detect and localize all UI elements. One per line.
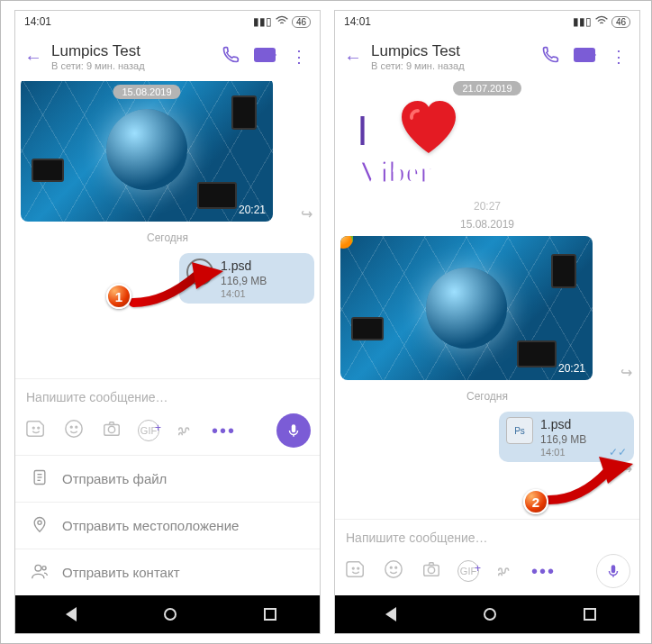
voice-call-button[interactable]: [537, 46, 564, 68]
image-timestamp: 20:21: [239, 204, 266, 216]
wifi-icon: [276, 15, 288, 29]
svg-point-2: [66, 420, 82, 436]
nav-home-button[interactable]: [164, 608, 177, 621]
message-input[interactable]: Напишите сообщение…: [344, 527, 630, 554]
svg-point-21: [428, 567, 434, 573]
status-bar: 14:01 ▮▮▯ 46: [15, 11, 320, 32]
image-date-pill: 15.08.2019: [113, 85, 180, 99]
nav-home-button[interactable]: [484, 608, 496, 621]
back-button[interactable]: ←: [342, 47, 364, 68]
more-attachments-button[interactable]: •••: [212, 421, 235, 441]
emoji-icon[interactable]: [382, 559, 405, 584]
image-timestamp: 20:21: [558, 362, 585, 375]
message-composer: Напишите сообщение… GIF+ •••: [335, 519, 639, 595]
back-button[interactable]: ←: [23, 47, 44, 68]
svg-point-12: [38, 521, 41, 524]
attach-send-location[interactable]: Отправить местоположение: [15, 503, 320, 549]
svg-point-15: [352, 567, 354, 569]
wifi-icon: [595, 15, 608, 29]
more-menu-button[interactable]: ⋮: [285, 47, 312, 67]
attach-send-file[interactable]: Отправить файл: [15, 456, 320, 502]
date-separator-today: Сегодня: [147, 231, 188, 244]
image-message[interactable]: 20:21: [340, 236, 593, 380]
svg-rect-7: [292, 424, 296, 432]
doodle-icon[interactable]: [494, 559, 517, 584]
android-nav-bar: [335, 595, 639, 633]
svg-point-18: [390, 567, 392, 568]
contact-name: Lumpics Test: [51, 42, 210, 60]
svg-point-3: [70, 426, 72, 428]
chat-area[interactable]: 15.08.2019 20:21 ↪ Сегодня ✕ 1.psd 116,9…: [15, 81, 320, 378]
status-bar: 14:01 ▮▮▯ 46: [335, 11, 639, 32]
sticker-icon[interactable]: [344, 559, 367, 584]
image-thumbnail: [21, 81, 273, 222]
file-size: 116,9 MB: [540, 433, 586, 447]
contact-status: В сети: 9 мин. назад: [51, 60, 210, 71]
contact-status: В сети: 9 мин. назад: [371, 60, 530, 71]
callout-arrow-2: [545, 446, 635, 512]
sticker-text-i: I: [353, 103, 372, 159]
image-thumbnail: [340, 236, 593, 380]
svg-point-1: [38, 427, 40, 429]
svg-point-17: [385, 560, 402, 576]
more-attachments-button[interactable]: •••: [531, 561, 555, 582]
attach-location-label: Отправить местоположение: [62, 518, 239, 533]
file-icon: [30, 468, 50, 489]
gif-icon[interactable]: GIF+: [457, 560, 479, 582]
signal-icon: ▮▮▯: [573, 15, 592, 28]
contact-icon: [30, 562, 50, 583]
location-icon: [30, 515, 50, 536]
forward-icon[interactable]: ↪: [301, 205, 312, 222]
svg-point-4: [76, 426, 77, 428]
message-composer: Напишите сообщение… GIF+ •••: [15, 378, 320, 455]
battery-badge: 46: [292, 16, 311, 28]
svg-point-16: [358, 567, 359, 569]
voice-message-button[interactable]: [276, 413, 311, 448]
sticker-timestamp: 20:27: [474, 200, 501, 213]
svg-marker-23: [192, 262, 223, 289]
video-call-button[interactable]: [251, 48, 278, 66]
battery-badge: 46: [611, 16, 630, 28]
sticker-icon[interactable]: [24, 419, 48, 443]
callout-badge-1: 1: [106, 284, 131, 309]
svg-point-19: [395, 567, 397, 568]
video-call-button[interactable]: [571, 48, 598, 66]
svg-point-0: [32, 427, 34, 429]
image-message[interactable]: 15.08.2019 20:21: [21, 81, 273, 222]
svg-point-6: [108, 426, 114, 432]
message-input[interactable]: Напишите сообщение…: [24, 386, 311, 413]
svg-point-14: [42, 567, 46, 570]
forward-icon[interactable]: ↪: [620, 364, 632, 381]
chat-header: ← Lumpics Test В сети: 9 мин. назад ⋮: [15, 32, 320, 81]
nav-back-button[interactable]: [59, 607, 77, 621]
header-title-block[interactable]: Lumpics Test В сети: 9 мин. назад: [51, 42, 210, 71]
header-title-block[interactable]: Lumpics Test В сети: 9 мин. назад: [371, 42, 530, 71]
attach-contact-label: Отправить контакт: [62, 565, 180, 580]
nav-back-button[interactable]: [378, 607, 396, 621]
voice-message-button[interactable]: [596, 554, 630, 588]
chat-header: ← Lumpics Test В сети: 9 мин. назад ⋮: [335, 32, 639, 81]
heart-icon: [400, 101, 457, 153]
camera-icon[interactable]: [100, 419, 123, 443]
nav-recents-button[interactable]: [264, 608, 276, 621]
more-menu-button[interactable]: ⋮: [605, 47, 632, 67]
status-time: 14:01: [344, 15, 371, 28]
date-separator-today: Сегодня: [466, 390, 508, 403]
doodle-icon[interactable]: [174, 419, 197, 443]
date-separator-mid: 15.08.2019: [460, 218, 514, 231]
contact-name: Lumpics Test: [371, 42, 530, 60]
attach-send-contact[interactable]: Отправить контакт: [15, 549, 320, 595]
callout-arrow-1: [129, 253, 228, 320]
svg-point-13: [35, 565, 41, 571]
emoji-icon[interactable]: [62, 419, 86, 443]
status-time: 14:01: [24, 15, 51, 28]
sticker-text-brand: Viber: [358, 153, 432, 191]
nav-recents-button[interactable]: [584, 608, 596, 621]
phone-screenshot-left: 14:01 ▮▮▯ 46 ← Lumpics Test В сети: 9 ми…: [14, 10, 321, 634]
voice-call-button[interactable]: [217, 46, 244, 68]
sticker-message[interactable]: I Viber: [348, 103, 501, 202]
file-name: 1.psd: [540, 417, 586, 433]
camera-icon[interactable]: [420, 559, 443, 584]
gif-icon[interactable]: GIF+: [138, 420, 159, 441]
signal-icon: ▮▮▯: [253, 15, 272, 28]
